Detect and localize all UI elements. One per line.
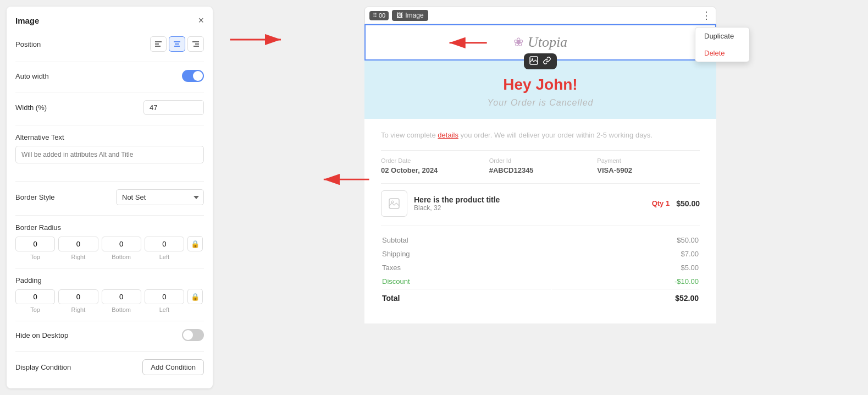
border-radius-field: Border Radius 🔒 Top Right Bottom Left: [15, 223, 204, 260]
payment-label: Payment: [597, 157, 700, 164]
discount-label: Discount: [382, 275, 551, 288]
svg-rect-3: [174, 41, 180, 42]
order-id-label: Order Id: [489, 157, 592, 164]
email-body-text: To view complete details you order. We w…: [381, 130, 700, 141]
padding-labels: Top Right Bottom Left: [15, 306, 204, 313]
separator-2: [381, 183, 700, 184]
qty-value: 1: [666, 199, 670, 207]
delete-item[interactable]: Delete: [695, 45, 749, 62]
padding-right[interactable]: [58, 289, 98, 304]
alt-text-input[interactable]: [15, 146, 204, 163]
taxes-value: $5.00: [552, 261, 699, 274]
add-condition-button[interactable]: Add Condition: [142, 359, 204, 375]
border-radius-left[interactable]: [145, 237, 184, 251]
order-date-block: Order Date 02 October, 2024: [381, 157, 484, 174]
discount-value: -$10.00: [552, 275, 699, 288]
close-button[interactable]: ×: [198, 15, 204, 25]
padding-label-bottom: Bottom: [102, 306, 141, 313]
more-options-button[interactable]: ⋮: [701, 9, 711, 21]
body-link[interactable]: details: [438, 131, 458, 139]
auto-width-slider[interactable]: [182, 70, 204, 82]
svg-rect-6: [192, 41, 199, 42]
padding-label-right: Right: [58, 306, 98, 313]
handle-dots-icon: ⠿: [373, 12, 377, 19]
border-radius-label: Border Radius: [15, 223, 204, 232]
label-top: Top: [15, 254, 55, 260]
padding-label-left: Left: [145, 306, 184, 313]
border-style-select[interactable]: Not Set Solid Dashed Dotted: [116, 189, 204, 205]
svg-point-10: [532, 58, 533, 60]
width-label: Width (%): [15, 103, 47, 112]
padding-lock[interactable]: 🔒: [187, 289, 203, 304]
image-link-icon[interactable]: [543, 56, 551, 67]
product-title: Here is the product title: [414, 195, 645, 204]
shipping-value: $7.00: [552, 248, 699, 260]
padding-top[interactable]: [15, 289, 55, 304]
product-qty: Qty 1: [652, 199, 670, 207]
order-id-value: #ABCD12345: [489, 166, 592, 174]
toolbar-left: ⠿ 00 🖼 Image: [369, 10, 428, 21]
order-id-block: Order Id #ABCD12345: [489, 157, 592, 174]
separator-3: [381, 226, 700, 226]
subtotal-value: $50.00: [552, 234, 699, 246]
canvas-wrap: ⠿ 00 🖼 Image ⋮ Duplicate Delete ❀: [219, 7, 861, 388]
padding-inputs: 🔒: [15, 289, 204, 304]
product-info: Here is the product title Black, 32: [414, 195, 645, 212]
dropdown-menu: Duplicate Delete: [695, 27, 750, 62]
label-left: Left: [145, 254, 184, 260]
border-radius-top[interactable]: [15, 237, 55, 251]
payment-value: VISA-5902: [597, 166, 700, 174]
label-bottom: Bottom: [102, 254, 141, 260]
brand-name: Utopia: [528, 34, 567, 51]
email-hero-subtitle: Your Order is Cancelled: [375, 98, 705, 108]
padding-label-top: Top: [15, 306, 55, 313]
totals-table: Subtotal $50.00 Shipping $7.00 Taxes $5.…: [381, 233, 700, 306]
order-date-label: Order Date: [381, 157, 484, 164]
svg-rect-7: [195, 43, 199, 45]
label-right: Right: [58, 254, 98, 260]
padding-left[interactable]: [145, 289, 184, 304]
position-buttons: [150, 36, 204, 52]
panel-title: Image: [15, 16, 39, 25]
product-price: $50.00: [676, 199, 700, 208]
padding-bottom[interactable]: [102, 289, 141, 304]
shipping-label: Shipping: [382, 248, 551, 260]
image-selected-box[interactable]: ❀ Utopia: [364, 24, 716, 61]
image-settings-panel: Image × Position Auto width Width (%): [7, 7, 213, 388]
auto-width-toggle[interactable]: [182, 70, 204, 82]
svg-rect-11: [389, 199, 399, 209]
image-upload-icon[interactable]: [529, 56, 538, 67]
subtotal-label: Subtotal: [382, 234, 551, 246]
svg-rect-4: [175, 43, 179, 45]
image-tag-label: Image: [405, 12, 423, 19]
align-left-button[interactable]: [150, 36, 167, 52]
svg-rect-1: [155, 43, 159, 45]
order-date-value: 02 October, 2024: [381, 166, 484, 174]
border-style-field: Border Style Not Set Solid Dashed Dotted: [15, 189, 204, 205]
toolbar-right: ⋮ Duplicate Delete: [701, 9, 711, 21]
hide-desktop-label: Hide on Desktop: [15, 331, 68, 339]
display-condition-label: Display Condition: [15, 363, 71, 371]
taxes-label: Taxes: [382, 261, 551, 274]
qty-label: Qty: [652, 199, 664, 207]
auto-width-field: Auto width: [15, 70, 204, 82]
border-radius-lock[interactable]: 🔒: [187, 236, 203, 251]
hide-desktop-toggle[interactable]: [182, 329, 204, 341]
shipping-row: Shipping $7.00: [382, 248, 699, 260]
hide-desktop-slider[interactable]: [182, 329, 204, 341]
align-center-button[interactable]: [169, 36, 185, 52]
align-right-button[interactable]: [187, 36, 204, 52]
separator-1: [381, 150, 700, 151]
alt-text-label: Alternative Text: [15, 133, 204, 141]
display-condition-field: Display Condition Add Condition: [15, 359, 204, 375]
subtotal-row: Subtotal $50.00: [382, 234, 699, 246]
border-radius-right[interactable]: [58, 237, 98, 251]
border-radius-bottom[interactable]: [102, 237, 141, 251]
svg-point-12: [391, 201, 394, 203]
width-input[interactable]: [143, 100, 204, 115]
email-hero-title: Hey John!: [375, 76, 705, 94]
duplicate-item[interactable]: Duplicate: [695, 28, 749, 45]
toolbar-image-tag: 🖼 Image: [392, 10, 428, 21]
svg-rect-2: [155, 46, 161, 47]
position-label: Position: [15, 40, 41, 48]
